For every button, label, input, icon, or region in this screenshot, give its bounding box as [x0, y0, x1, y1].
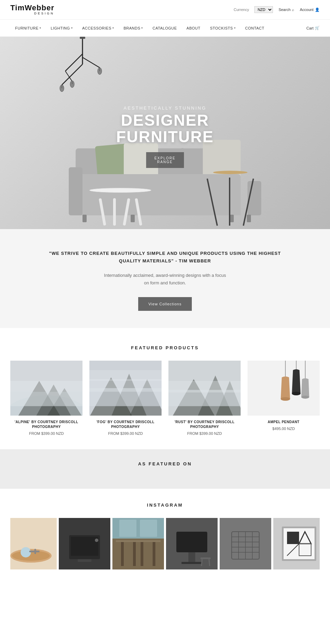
svg-rect-44	[34, 549, 36, 554]
product-image-alpine	[10, 361, 82, 416]
search-icon: ⌕	[292, 8, 294, 12]
account-icon: 👤	[315, 8, 320, 12]
product-name-rust: 'RUST' BY COURTNEY DRISCOLL PHOTOGRAPHY	[168, 420, 241, 429]
chevron-down-icon: ▾	[112, 26, 114, 30]
chevron-down-icon: ▾	[141, 26, 143, 30]
account-button[interactable]: Account 👤	[300, 8, 320, 12]
svg-line-1	[65, 54, 82, 71]
svg-point-38	[301, 396, 309, 398]
nav-item-about[interactable]: ABOUT	[182, 20, 205, 36]
product-card-fog[interactable]: 'FOG' BY COURTNEY DRISCOLL PHOTOGRAPHY F…	[89, 361, 162, 436]
svg-line-2	[82, 57, 100, 68]
nav-item-furniture[interactable]: FURNITURE ▾	[10, 20, 46, 36]
svg-rect-54	[133, 542, 136, 566]
nav-item-brands[interactable]: BRANDS ▾	[119, 20, 147, 36]
instagram-item-3[interactable]	[112, 518, 164, 569]
svg-rect-83	[287, 532, 299, 544]
quote-text: "WE STRIVE TO CREATE BEAUTIFULLY SIMPLE …	[45, 250, 285, 265]
instagram-item-2[interactable]	[59, 518, 110, 569]
svg-rect-67	[182, 562, 202, 564]
svg-rect-17	[10, 392, 82, 406]
svg-line-70	[209, 559, 210, 566]
hero-section: Aesthetically Stunning DESIGNER FURNITUR…	[0, 37, 330, 229]
logo-main: TimWebber	[10, 4, 54, 12]
svg-rect-48	[78, 559, 91, 562]
hero-text: Aesthetically Stunning DESIGNER FURNITUR…	[116, 105, 214, 168]
svg-rect-24	[89, 379, 162, 392]
product-card-rust[interactable]: 'RUST' BY COURTNEY DRISCOLL PHOTOGRAPHY …	[168, 361, 241, 436]
svg-rect-51	[112, 539, 164, 569]
svg-line-69	[201, 559, 202, 566]
instagram-grid	[10, 518, 320, 569]
svg-rect-31	[168, 381, 241, 393]
instagram-image-3	[112, 518, 164, 569]
instagram-image-1	[10, 518, 57, 569]
featured-products-section: FEATURED PRODUCTS 'ALPINE' BY COURTNEY D…	[0, 328, 330, 449]
chevron-down-icon: ▾	[40, 26, 41, 30]
products-grid: 'ALPINE' BY COURTNEY DRISCOLL PHOTOGRAPH…	[10, 361, 320, 436]
product-image-rust	[168, 361, 241, 416]
search-button[interactable]: Search ⌕	[278, 8, 294, 12]
nav-items: FURNITURE ▾ LIGHTING ▾ ACCESSORIES ▾ BRA…	[10, 20, 301, 36]
svg-rect-55	[141, 542, 143, 566]
svg-rect-18	[10, 381, 82, 392]
quote-section: "WE STRIVE TO CREATE BEAUTIFULLY SIMPLE …	[0, 229, 330, 328]
main-nav: FURNITURE ▾ LIGHTING ▾ ACCESSORIES ▾ BRA…	[0, 20, 330, 37]
product-price-rust: FROM $399.00 NZD	[168, 431, 241, 436]
svg-point-34	[281, 397, 290, 401]
currency-select[interactable]: NZD USD AUD	[254, 6, 273, 13]
instagram-item-4[interactable]	[166, 518, 218, 569]
currency-label: Currency	[234, 8, 249, 12]
product-card-pendant[interactable]: AMPEL PENDANT $495.00 NZD	[248, 361, 320, 436]
instagram-item-5[interactable]	[220, 518, 271, 569]
svg-rect-25	[89, 370, 162, 381]
svg-rect-68	[200, 557, 211, 559]
instagram-image-4	[166, 518, 218, 569]
instagram-title: INSTAGRAM	[10, 502, 320, 508]
cart-button[interactable]: Cart 🛒	[301, 20, 320, 36]
instagram-item-1[interactable]	[10, 518, 57, 569]
header-right: Currency NZD USD AUD Search ⌕ Account 👤	[234, 6, 320, 13]
product-name-fog: 'FOG' BY COURTNEY DRISCOLL PHOTOGRAPHY	[89, 420, 162, 429]
hero-title: DESIGNER FURNITURE	[116, 112, 214, 145]
product-price-fog: FROM $399.00 NZD	[89, 431, 162, 436]
instagram-item-6[interactable]	[273, 518, 320, 569]
svg-rect-63	[140, 520, 157, 537]
header: TimWebber Design Currency NZD USD AUD Se…	[0, 0, 330, 20]
hero-subtitle: Aesthetically Stunning	[116, 105, 214, 111]
product-price-pendant: $495.00 NZD	[248, 427, 320, 431]
featured-on-section: AS FEATURED ON	[0, 449, 330, 489]
product-image-pendant	[248, 361, 320, 416]
explore-button[interactable]: EXPLORERANGE	[146, 152, 184, 168]
product-name-pendant: AMPEL PENDANT	[248, 420, 320, 425]
svg-rect-65	[176, 532, 207, 552]
svg-rect-56	[153, 542, 155, 566]
quote-description: Internationally acclaimed, award-winning…	[103, 272, 227, 287]
logo-sub: Design	[10, 12, 54, 15]
nav-item-stockists[interactable]: STOCKISTS ▾	[205, 20, 240, 36]
svg-rect-52	[116, 540, 161, 542]
svg-rect-47	[71, 537, 98, 556]
cart-icon: 🛒	[315, 26, 320, 30]
product-card-alpine[interactable]: 'ALPINE' BY COURTNEY DRISCOLL PHOTOGRAPH…	[10, 361, 82, 436]
nav-item-catalogue[interactable]: CATALOGUE	[148, 20, 182, 36]
instagram-section: INSTAGRAM	[0, 489, 330, 583]
nav-item-lighting[interactable]: LIGHTING ▾	[46, 20, 77, 36]
svg-point-36	[292, 392, 300, 396]
product-name-alpine: 'ALPINE' BY COURTNEY DRISCOLL PHOTOGRAPH…	[10, 420, 82, 429]
svg-point-42	[21, 547, 31, 557]
svg-point-49	[95, 539, 98, 542]
svg-rect-66	[188, 552, 195, 563]
nav-item-contact[interactable]: CONTACT	[240, 20, 269, 36]
svg-rect-62	[119, 520, 136, 537]
view-collections-button[interactable]: View Collections	[138, 297, 192, 311]
svg-rect-11	[80, 37, 85, 39]
chevron-down-icon: ▾	[234, 26, 236, 30]
logo[interactable]: TimWebber Design	[10, 4, 54, 15]
featured-title: FEATURED PRODUCTS	[10, 345, 320, 350]
nav-item-accessories[interactable]: ACCESSORIES ▾	[77, 20, 119, 36]
featured-on-title: AS FEATURED ON	[10, 461, 320, 466]
instagram-image-5	[220, 518, 271, 569]
product-price-alpine: FROM $399.00 NZD	[10, 431, 82, 436]
product-image-fog	[89, 361, 162, 416]
